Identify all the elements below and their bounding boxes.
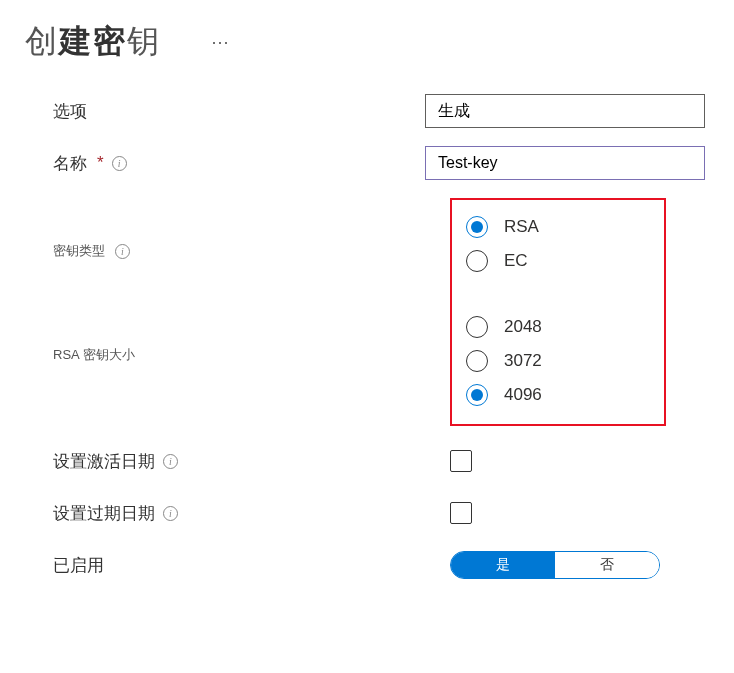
radio-2048[interactable] [466, 316, 488, 338]
keysize-label: RSA 密钥大小 [53, 347, 135, 362]
keysize-label-row: RSA 密钥大小 [53, 345, 135, 364]
keytype-radio-group: RSA EC [466, 210, 650, 278]
info-icon[interactable]: i [112, 156, 127, 171]
options-select[interactable] [425, 94, 705, 128]
radio-ec-label: EC [504, 251, 528, 271]
keytype-label-row: 密钥类型 i [53, 242, 130, 260]
info-icon[interactable]: i [163, 506, 178, 521]
name-label: 名称 [53, 152, 87, 175]
options-label: 选项 [53, 100, 87, 123]
key-config-highlight: RSA EC 2048 3072 4096 [450, 198, 666, 426]
title-part-bold: 建密 [59, 23, 127, 59]
keytype-label: 密钥类型 [53, 242, 105, 260]
info-icon[interactable]: i [163, 454, 178, 469]
more-icon[interactable]: ⋯ [211, 31, 231, 53]
toggle-no[interactable]: 否 [555, 552, 659, 578]
radio-3072-label: 3072 [504, 351, 542, 371]
radio-2048-label: 2048 [504, 317, 542, 337]
activation-checkbox[interactable] [450, 450, 472, 472]
page-title: 创建密钥 [25, 20, 161, 64]
expiration-checkbox[interactable] [450, 502, 472, 524]
toggle-yes[interactable]: 是 [451, 552, 555, 578]
enabled-toggle[interactable]: 是 否 [450, 551, 660, 579]
info-icon[interactable]: i [115, 244, 130, 259]
radio-4096[interactable] [466, 384, 488, 406]
radio-4096-label: 4096 [504, 385, 542, 405]
title-part: 钥 [127, 23, 161, 59]
radio-ec[interactable] [466, 250, 488, 272]
expiration-label: 设置过期日期 [53, 502, 155, 525]
name-input[interactable] [425, 146, 705, 180]
activation-label: 设置激活日期 [53, 450, 155, 473]
keysize-radio-group: 2048 3072 4096 [466, 310, 650, 412]
enabled-label: 已启用 [53, 554, 104, 577]
radio-rsa-label: RSA [504, 217, 539, 237]
radio-rsa[interactable] [466, 216, 488, 238]
title-part: 创 [25, 23, 59, 59]
required-star: * [97, 153, 104, 173]
radio-3072[interactable] [466, 350, 488, 372]
